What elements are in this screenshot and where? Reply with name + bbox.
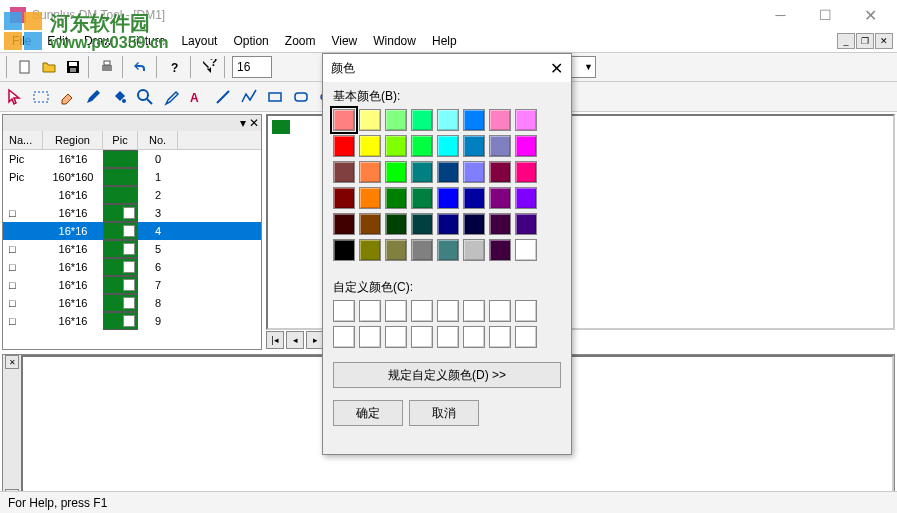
print-button[interactable] (96, 56, 118, 78)
minimize-button[interactable]: ─ (758, 0, 803, 30)
custom-swatch[interactable] (463, 300, 485, 322)
pencil-tool[interactable] (82, 86, 104, 108)
mdi-close[interactable]: ✕ (875, 33, 893, 49)
color-swatch[interactable] (411, 161, 433, 183)
menu-draw[interactable]: Draw (76, 32, 120, 50)
open-button[interactable] (38, 56, 60, 78)
color-swatch[interactable] (359, 187, 381, 209)
rect-tool[interactable] (264, 86, 286, 108)
color-swatch[interactable] (437, 213, 459, 235)
table-row[interactable]: □16*169 (3, 312, 261, 330)
color-swatch[interactable] (333, 161, 355, 183)
color-swatch[interactable] (515, 213, 537, 235)
nav-prev[interactable]: ◂ (286, 331, 304, 349)
table-row[interactable]: 16*164 (3, 222, 261, 240)
color-swatch[interactable] (437, 187, 459, 209)
menu-window[interactable]: Window (365, 32, 424, 50)
undo-button[interactable] (130, 56, 152, 78)
mdi-minimize[interactable]: _ (837, 33, 855, 49)
color-swatch[interactable] (333, 135, 355, 157)
menu-view[interactable]: View (323, 32, 365, 50)
color-swatch[interactable] (385, 239, 407, 261)
custom-swatch[interactable] (411, 326, 433, 348)
color-swatch[interactable] (489, 109, 511, 131)
context-help-button[interactable]: ? (198, 56, 220, 78)
table-row[interactable]: □16*165 (3, 240, 261, 258)
menu-edit[interactable]: Edit (39, 32, 76, 50)
color-swatch[interactable] (489, 161, 511, 183)
table-row[interactable]: Pic16*160 (3, 150, 261, 168)
custom-swatch[interactable] (437, 326, 459, 348)
pane-close-icon[interactable]: ▾ ✕ (240, 116, 259, 130)
color-swatch[interactable] (515, 161, 537, 183)
zoom-combo[interactable]: 16 (232, 56, 272, 78)
custom-swatch[interactable] (333, 300, 355, 322)
table-row[interactable]: 16*162 (3, 186, 261, 204)
color-swatch[interactable] (359, 109, 381, 131)
pointer-tool[interactable] (4, 86, 26, 108)
color-swatch[interactable] (515, 187, 537, 209)
color-swatch[interactable] (463, 135, 485, 157)
custom-swatch[interactable] (359, 300, 381, 322)
color-swatch[interactable] (437, 161, 459, 183)
custom-swatch[interactable] (333, 326, 355, 348)
color-swatch[interactable] (463, 213, 485, 235)
table-row[interactable]: □16*167 (3, 276, 261, 294)
color-swatch[interactable] (515, 135, 537, 157)
new-button[interactable] (14, 56, 36, 78)
menu-layout[interactable]: Layout (173, 32, 225, 50)
color-swatch[interactable] (333, 239, 355, 261)
color-swatch[interactable] (437, 135, 459, 157)
header-region[interactable]: Region (43, 131, 103, 149)
table-row[interactable]: Pic160*1601 (3, 168, 261, 186)
color-swatch[interactable] (411, 109, 433, 131)
cancel-button[interactable]: 取消 (409, 400, 479, 426)
color-swatch[interactable] (333, 213, 355, 235)
custom-swatch[interactable] (463, 326, 485, 348)
color-swatch[interactable] (385, 187, 407, 209)
menu-picture[interactable]: Picture (120, 32, 173, 50)
color-swatch[interactable] (489, 187, 511, 209)
eraser-tool[interactable] (56, 86, 78, 108)
color-swatch[interactable] (515, 239, 537, 261)
color-swatch[interactable] (385, 135, 407, 157)
mdi-restore[interactable]: ❐ (856, 33, 874, 49)
close-button[interactable]: ✕ (848, 0, 893, 30)
custom-swatch[interactable] (411, 300, 433, 322)
color-swatch[interactable] (463, 109, 485, 131)
table-row[interactable]: □16*163 (3, 204, 261, 222)
custom-swatch[interactable] (489, 300, 511, 322)
menu-zoom[interactable]: Zoom (277, 32, 324, 50)
maximize-button[interactable]: ☐ (803, 0, 848, 30)
color-swatch[interactable] (489, 135, 511, 157)
color-swatch[interactable] (411, 135, 433, 157)
table-row[interactable]: □16*166 (3, 258, 261, 276)
line-tool[interactable] (212, 86, 234, 108)
save-button[interactable] (62, 56, 84, 78)
color-swatch[interactable] (411, 187, 433, 209)
menu-file[interactable]: File (4, 32, 39, 50)
menu-help[interactable]: Help (424, 32, 465, 50)
color-swatch[interactable] (411, 213, 433, 235)
color-swatch[interactable] (359, 135, 381, 157)
custom-swatch[interactable] (385, 300, 407, 322)
color-swatch[interactable] (385, 109, 407, 131)
color-swatch[interactable] (463, 161, 485, 183)
custom-swatch[interactable] (359, 326, 381, 348)
help-button[interactable]: ? (164, 56, 186, 78)
color-swatch[interactable] (437, 239, 459, 261)
color-dialog-close-icon[interactable]: ✕ (550, 59, 563, 78)
polyline-tool[interactable] (238, 86, 260, 108)
nav-first[interactable]: |◂ (266, 331, 284, 349)
roundrect-tool[interactable] (290, 86, 312, 108)
menu-option[interactable]: Option (225, 32, 276, 50)
zoom-tool[interactable] (134, 86, 156, 108)
header-name[interactable]: Na... (3, 131, 43, 149)
color-swatch[interactable] (333, 187, 355, 209)
color-swatch[interactable] (385, 161, 407, 183)
header-no[interactable]: No. (138, 131, 178, 149)
fill-tool[interactable] (108, 86, 130, 108)
table-row[interactable]: □16*168 (3, 294, 261, 312)
select-rect-tool[interactable] (30, 86, 52, 108)
color-swatch[interactable] (515, 109, 537, 131)
